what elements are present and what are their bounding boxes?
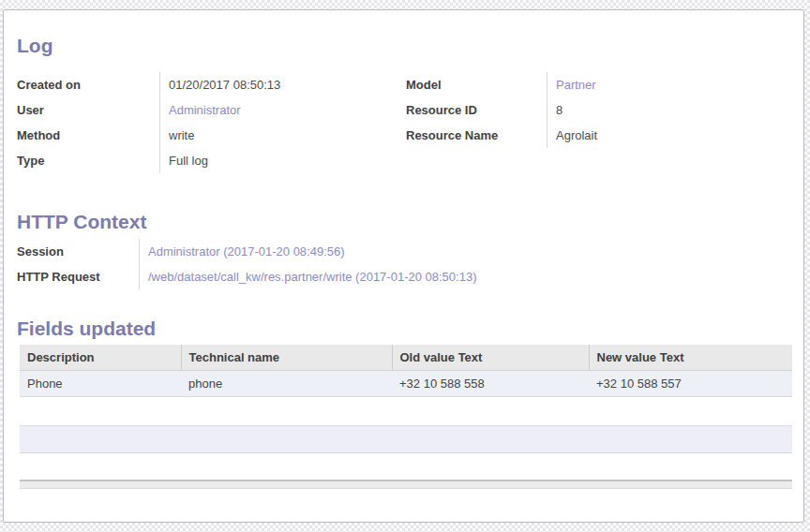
field-resource-id: Resource ID 8 [406, 97, 792, 123]
field-value: 01/20/2017 08:50:13 [159, 72, 406, 97]
cell-new-value[interactable]: +32 10 588 557 [589, 370, 792, 396]
field-resource-name: Resource Name Agrolait [406, 123, 792, 148]
field-value: Agrolait [547, 123, 792, 148]
form-sheet: Log Created on 01/20/2017 08:50:13 User … [4, 10, 803, 489]
field-label: Method [17, 123, 159, 148]
field-value: Partner [547, 72, 792, 97]
field-label: Created on [17, 72, 159, 97]
log-form-window: Log Created on 01/20/2017 08:50:13 User … [0, 0, 810, 532]
field-label: Session [17, 239, 139, 264]
model-link[interactable]: Partner [556, 78, 596, 92]
cell-old-value[interactable]: +32 10 588 558 [392, 370, 589, 396]
field-http-request: HTTP Request /web/dataset/call_kw/res.pa… [17, 264, 792, 289]
field-method: Method write [17, 123, 406, 148]
log-field-groups: Created on 01/20/2017 08:50:13 User Admi… [17, 72, 792, 173]
field-user: User Administrator [17, 97, 406, 123]
user-link[interactable]: Administrator [169, 103, 241, 117]
column-header-technical-name: Technical name [181, 345, 392, 370]
http-request-link[interactable]: /web/dataset/call_kw/res.partner/write (… [148, 270, 476, 284]
field-value: Administrator (2017-01-20 08:49:56) [139, 239, 792, 264]
field-label: User [17, 97, 159, 123]
http-context-group: Session Administrator (2017-01-20 08:49:… [17, 239, 792, 289]
field-value: Full log [159, 148, 406, 173]
field-value: Administrator [159, 97, 406, 123]
table-header-row: Description Technical name Old value Tex… [20, 345, 792, 370]
log-left-group: Created on 01/20/2017 08:50:13 User Admi… [17, 72, 406, 173]
section-title-fields-updated: Fields updated [17, 318, 792, 340]
field-label: Model [406, 72, 547, 97]
field-created-on: Created on 01/20/2017 08:50:13 [17, 72, 406, 97]
column-header-old-value: Old value Text [392, 345, 589, 370]
field-label: Resource Name [406, 123, 547, 148]
field-session: Session Administrator (2017-01-20 08:49:… [17, 239, 792, 264]
log-right-group: Model Partner Resource ID 8 Resource Nam… [406, 72, 792, 173]
cell-technical-name[interactable]: phone [181, 370, 392, 396]
session-link[interactable]: Administrator (2017-01-20 08:49:56) [148, 244, 345, 259]
column-header-description: Description [20, 345, 181, 370]
field-label: HTTP Request [17, 264, 139, 289]
field-value: 8 [547, 97, 792, 123]
table-row[interactable]: Phone phone +32 10 588 558 +32 10 588 55… [20, 370, 792, 396]
horizontal-scrollbar[interactable] [20, 480, 792, 489]
section-title-http-context: HTTP Context [17, 211, 792, 233]
section-title-log: Log [17, 35, 792, 57]
field-label: Resource ID [406, 97, 547, 123]
field-label: Type [17, 148, 159, 173]
log-form-panel: Log Created on 01/20/2017 08:50:13 User … [3, 9, 804, 523]
cell-description[interactable]: Phone [20, 370, 181, 396]
field-value: /web/dataset/call_kw/res.partner/write (… [139, 264, 792, 289]
column-header-new-value: New value Text [589, 345, 792, 370]
fields-updated-table: Description Technical name Old value Tex… [20, 345, 792, 397]
field-model: Model Partner [406, 72, 792, 97]
empty-list-row [20, 425, 792, 453]
field-type: Type Full log [17, 148, 406, 173]
field-value: write [159, 123, 406, 148]
